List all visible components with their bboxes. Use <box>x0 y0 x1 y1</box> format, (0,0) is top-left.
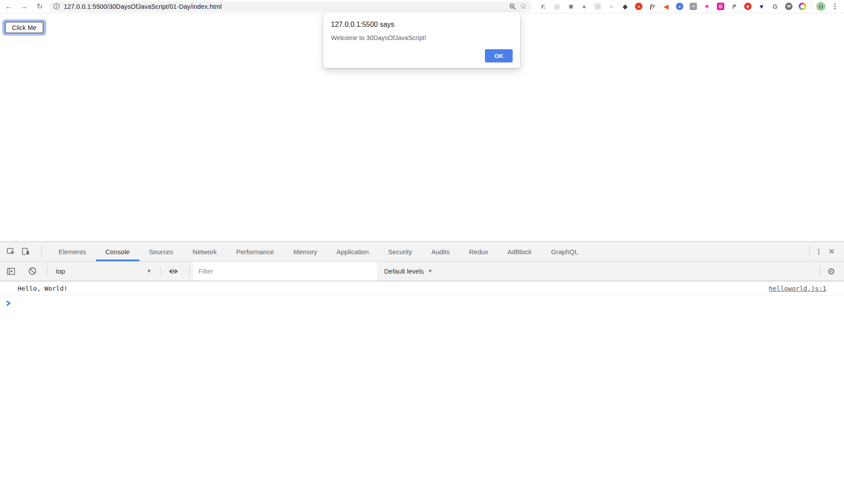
tab-application[interactable]: Application <box>327 242 378 261</box>
tab-elements[interactable]: Elements <box>49 242 96 261</box>
execution-context-label: top <box>56 267 65 275</box>
heart-search-icon[interactable]: ♥ <box>758 3 765 10</box>
tab-security[interactable]: Security <box>378 242 422 261</box>
live-expression-eye-icon[interactable] <box>167 265 180 278</box>
ok-button[interactable]: OK <box>485 49 513 62</box>
gear-box-icon[interactable]: ⚙ <box>717 3 724 10</box>
megaphone-icon[interactable]: ◀ <box>662 3 670 10</box>
click-me-focus-ring: Click Me <box>2 19 46 36</box>
bookmark-star-icon[interactable]: ☆ <box>520 3 527 10</box>
tab-bar-divider <box>41 246 42 257</box>
devtools-close-icon[interactable]: × <box>822 247 841 256</box>
split-view-icon[interactable]: ▮▮ <box>567 3 574 10</box>
toolbar-right-divider <box>820 266 820 277</box>
tab-adblock[interactable]: AdBlock <box>498 242 541 261</box>
device-toolbar-icon[interactable] <box>18 242 33 261</box>
zoom-icon[interactable] <box>509 3 516 10</box>
forward-icon[interactable]: → <box>20 2 29 11</box>
console-message-row: Hello, World! helloworld.js:1 <box>0 281 844 296</box>
faded-grid-icon[interactable]: ⊞ <box>594 3 602 10</box>
back-icon[interactable]: ← <box>4 2 13 11</box>
console-toolbar: top ▼ Default levels ▼ ⚙ <box>0 262 844 281</box>
math-f-icon[interactable]: f? <box>649 3 656 10</box>
filter-input[interactable] <box>193 262 377 281</box>
source-link[interactable]: helloworld.js:1 <box>769 285 826 292</box>
lens-rings-icon[interactable]: ◎ <box>553 3 561 10</box>
url-text[interactable]: 127.0.0.1:5500/30DaysOfJavaScript/01-Day… <box>64 3 505 10</box>
click-me-button[interactable]: Click Me <box>5 22 44 33</box>
browser-toolbar: ← → ↻ 127.0.0.1:5500/30DaysOfJavaScript/… <box>0 0 844 13</box>
tab-performance[interactable]: Performance <box>227 242 284 261</box>
devtools-menu-icon[interactable] <box>815 248 822 256</box>
profile-avatar[interactable]: {} <box>816 2 826 11</box>
inspect-element-icon[interactable] <box>4 242 18 261</box>
corner-arrow-icon[interactable]: ↱ <box>730 3 738 10</box>
toolbar-divider <box>811 3 812 11</box>
chevron-down-icon: ▼ <box>147 269 151 274</box>
devtools-tab-bar: Elements Console Sources Network Perform… <box>0 242 844 262</box>
parens-icon[interactable]: (-) <box>608 3 615 10</box>
chevron-down-icon: ▼ <box>428 269 433 274</box>
console-message: Hello, World! <box>18 285 68 292</box>
g-ring-icon[interactable]: G <box>771 3 779 10</box>
tab-redux[interactable]: Redux <box>459 242 498 261</box>
font-switcher-icon[interactable]: F, <box>539 3 547 10</box>
clear-console-icon[interactable] <box>26 265 39 278</box>
tab-memory[interactable]: Memory <box>284 242 327 261</box>
camera-icon[interactable]: ● <box>690 3 697 10</box>
extensions-row: F,◎▮▮●⊞(-)◆▪f?◀◗●✶⚙↱▾♥GW <box>539 3 806 10</box>
stop-hand-icon[interactable]: ▪ <box>635 3 642 10</box>
tab-audits[interactable]: Audits <box>422 242 459 261</box>
log-levels-selector[interactable]: Default levels ▼ <box>384 267 433 275</box>
tab-graphql[interactable]: GraphQL <box>541 242 588 261</box>
prompt-chevron-icon <box>6 300 11 306</box>
execution-context-selector[interactable]: top ▼ <box>48 262 157 281</box>
tab-console[interactable]: Console <box>96 242 139 261</box>
tab-network[interactable]: Network <box>183 242 227 261</box>
tab-bar-right-divider <box>809 246 810 257</box>
toolbar-divider <box>189 266 190 277</box>
settings-gear-icon[interactable]: ⚙ <box>825 265 838 278</box>
log-levels-label: Default levels <box>384 267 424 275</box>
nav-buttons: ← → ↻ <box>4 2 44 11</box>
alert-title: 127.0.0.1:5500 says <box>331 21 513 29</box>
bug-icon[interactable]: ● <box>580 3 588 10</box>
bookmark-dot-icon[interactable]: ▾ <box>744 3 752 10</box>
eyedropper-icon[interactable]: ◆ <box>621 3 629 10</box>
console-sidebar-icon[interactable] <box>4 265 18 278</box>
alert-message: Welcome to 30DaysOfJavaScript! <box>331 34 513 41</box>
blue-orb-icon[interactable]: ◗ <box>676 3 683 10</box>
tab-sources[interactable]: Sources <box>139 242 183 261</box>
reload-icon[interactable]: ↻ <box>35 2 44 11</box>
info-icon[interactable] <box>53 3 60 10</box>
address-bar[interactable]: 127.0.0.1:5500/30DaysOfJavaScript/01-Day… <box>49 1 532 12</box>
graphql-ext-icon[interactable]: ✶ <box>703 3 711 10</box>
alert-dialog: 127.0.0.1:5500 says Welcome to 30DaysOfJ… <box>323 12 520 68</box>
color-wheel-icon[interactable] <box>799 3 806 10</box>
devtools-panel: Elements Console Sources Network Perform… <box>0 241 844 504</box>
console-prompt[interactable] <box>0 296 844 310</box>
toolbar-divider <box>160 266 161 277</box>
browser-menu-icon[interactable] <box>831 3 838 11</box>
w-circle-icon[interactable]: W <box>785 3 793 10</box>
